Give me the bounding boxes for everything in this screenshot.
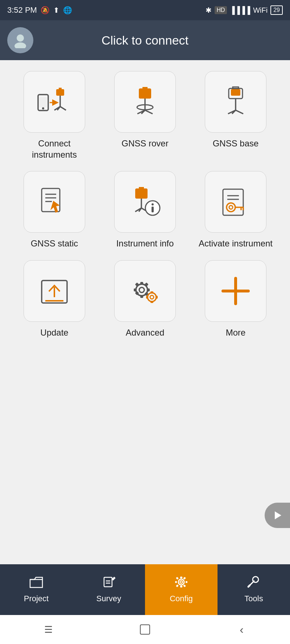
svg-rect-20 bbox=[231, 89, 240, 96]
svg-rect-37 bbox=[152, 207, 154, 212]
svg-point-36 bbox=[152, 203, 154, 205]
gnss-base-icon-box[interactable] bbox=[205, 71, 266, 133]
header: Click to connect bbox=[0, 20, 290, 60]
grid-item-gnss-rover[interactable]: GNSS rover bbox=[105, 71, 185, 160]
gnss-static-label: GNSS static bbox=[31, 238, 78, 249]
system-nav-bar: ☰ ‹ bbox=[0, 615, 290, 644]
activate-instrument-icon-box[interactable] bbox=[205, 171, 266, 233]
svg-line-9 bbox=[60, 107, 66, 110]
status-bar: 3:52 PM 🔕 ⬆ 🌐 ✱ HD ▐▐▐▐ WiFi 29 bbox=[0, 0, 290, 20]
nav-item-tools[interactable]: Tools bbox=[218, 564, 290, 615]
svg-rect-68 bbox=[104, 577, 112, 587]
config-nav-label: Config bbox=[170, 594, 193, 603]
svg-line-23 bbox=[236, 110, 243, 114]
nav-home-button[interactable] bbox=[134, 619, 156, 640]
svg-line-84 bbox=[248, 585, 250, 587]
svg-rect-75 bbox=[175, 581, 177, 583]
bluetooth-icon: ✱ bbox=[206, 6, 212, 14]
gnss-rover-label: GNSS rover bbox=[121, 138, 168, 149]
battery-icon: 29 bbox=[270, 5, 283, 15]
svg-rect-54 bbox=[147, 288, 150, 291]
advanced-icon bbox=[125, 271, 165, 311]
svg-rect-3 bbox=[40, 97, 47, 107]
svg-rect-80 bbox=[183, 577, 186, 580]
nav-item-survey[interactable]: Survey bbox=[72, 564, 145, 615]
survey-nav-icon bbox=[102, 576, 116, 591]
svg-rect-51 bbox=[140, 282, 143, 285]
svg-rect-73 bbox=[180, 577, 182, 578]
update-label: Update bbox=[40, 327, 68, 338]
grid-item-more[interactable]: More bbox=[196, 260, 276, 338]
svg-rect-11 bbox=[139, 88, 151, 99]
wifi-icon: WiFi bbox=[253, 6, 268, 14]
grid-item-activate-instrument[interactable]: Activate instrument bbox=[196, 171, 276, 249]
project-nav-label: Project bbox=[24, 594, 49, 603]
svg-rect-76 bbox=[186, 581, 187, 583]
svg-rect-30 bbox=[139, 187, 144, 189]
advanced-label: Advanced bbox=[126, 327, 165, 338]
upload-icon: ⬆ bbox=[53, 6, 59, 14]
home-icon bbox=[140, 624, 150, 635]
signal-icon: ▐▐▐▐ bbox=[230, 6, 250, 14]
nav-item-project[interactable]: Project bbox=[0, 564, 72, 615]
tools-nav-icon bbox=[247, 576, 261, 591]
gnss-rover-icon bbox=[125, 82, 165, 122]
mute-icon: 🔕 bbox=[41, 6, 50, 14]
app-icon: 🌐 bbox=[63, 6, 72, 14]
grid-item-update[interactable]: Update bbox=[14, 260, 94, 338]
survey-nav-label: Survey bbox=[96, 594, 121, 603]
svg-rect-12 bbox=[142, 87, 148, 89]
update-icon-box[interactable] bbox=[24, 260, 85, 322]
svg-point-59 bbox=[148, 293, 156, 302]
svg-rect-63 bbox=[146, 296, 148, 299]
more-label: More bbox=[226, 327, 246, 338]
svg-rect-74 bbox=[180, 586, 182, 587]
grid-item-gnss-static[interactable]: GNSS static bbox=[14, 171, 94, 249]
grid-item-instrument-info[interactable]: Instrument info bbox=[105, 171, 185, 249]
floating-play-button[interactable] bbox=[265, 503, 290, 528]
svg-rect-78 bbox=[183, 585, 186, 587]
svg-rect-53 bbox=[134, 288, 137, 291]
nav-menu-button[interactable]: ☰ bbox=[37, 619, 59, 640]
more-icon bbox=[216, 271, 256, 311]
gnss-base-icon bbox=[216, 82, 256, 122]
status-time: 3:52 PM bbox=[7, 5, 37, 15]
svg-point-0 bbox=[17, 34, 24, 42]
gnss-static-icon bbox=[34, 182, 74, 222]
svg-rect-61 bbox=[150, 291, 153, 294]
instrument-grid: Connect instruments GNSS rover bbox=[14, 71, 276, 338]
avatar[interactable] bbox=[7, 27, 33, 53]
activate-instrument-label: Activate instrument bbox=[199, 238, 273, 249]
svg-rect-52 bbox=[140, 295, 143, 298]
svg-line-16 bbox=[145, 110, 153, 114]
advanced-icon-box[interactable] bbox=[114, 260, 176, 322]
svg-rect-62 bbox=[150, 301, 153, 303]
main-grid-container: Connect instruments GNSS rover bbox=[0, 60, 290, 360]
activate-instrument-icon bbox=[216, 182, 256, 222]
more-icon-box[interactable] bbox=[205, 260, 266, 322]
connect-instruments-label: Connect instruments bbox=[14, 138, 94, 160]
gnss-static-icon-box[interactable] bbox=[24, 171, 85, 233]
svg-point-60 bbox=[150, 295, 154, 299]
svg-rect-77 bbox=[176, 577, 179, 580]
play-icon bbox=[271, 509, 283, 522]
grid-item-gnss-base[interactable]: GNSS base bbox=[196, 71, 276, 160]
grid-item-connect-instruments[interactable]: Connect instruments bbox=[14, 71, 94, 160]
svg-point-42 bbox=[229, 205, 233, 209]
grid-item-advanced[interactable]: Advanced bbox=[105, 260, 185, 338]
connect-instruments-icon-box[interactable] bbox=[24, 71, 85, 133]
instrument-info-icon-box[interactable] bbox=[114, 171, 176, 233]
page-title: Click to connect bbox=[102, 33, 188, 47]
bottom-nav: Project Survey bbox=[0, 564, 290, 615]
svg-point-41 bbox=[227, 203, 235, 212]
svg-marker-67 bbox=[275, 511, 281, 519]
svg-point-50 bbox=[139, 287, 144, 292]
instrument-info-label: Instrument info bbox=[116, 238, 174, 249]
svg-rect-5 bbox=[56, 89, 64, 96]
project-nav-icon bbox=[29, 576, 43, 591]
nav-back-button[interactable]: ‹ bbox=[231, 619, 253, 640]
hd-badge: HD bbox=[215, 6, 227, 14]
gnss-rover-icon-box[interactable] bbox=[114, 71, 176, 133]
nav-item-config[interactable]: Config bbox=[145, 564, 218, 615]
svg-point-72 bbox=[180, 581, 183, 583]
